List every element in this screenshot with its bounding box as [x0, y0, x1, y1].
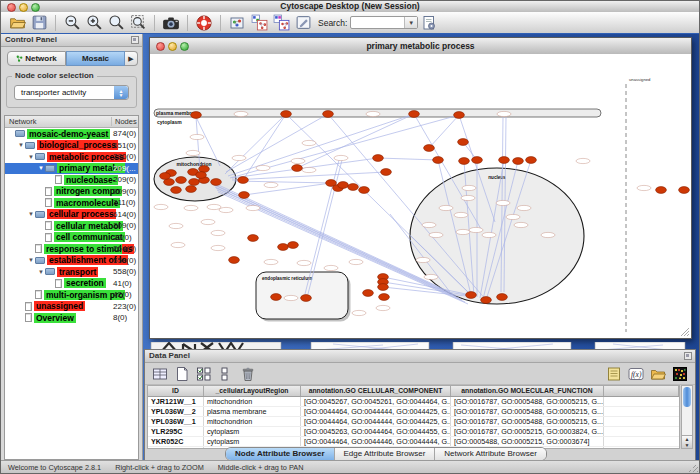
network-node-unselected[interactable] — [376, 305, 390, 310]
network-node-colored[interactable] — [248, 235, 259, 242]
column-header[interactable]: ID — [148, 386, 204, 396]
network-node-unselected[interactable] — [297, 260, 311, 265]
cell-component[interactable]: [GO:0044464, GO:0044446, GO:0044444, G..… — [301, 437, 451, 446]
cell-id[interactable]: YLR295C — [148, 427, 204, 436]
formula-fx-icon[interactable]: f(x) — [627, 365, 645, 383]
zoom-fit-icon[interactable] — [129, 14, 147, 32]
disclosure-triangle-icon[interactable]: ▼ — [27, 154, 35, 160]
network-node-unselected[interactable] — [422, 222, 436, 227]
network-node-colored[interactable] — [363, 290, 374, 297]
network-node-colored[interactable] — [271, 294, 282, 301]
network-node-colored[interactable] — [454, 112, 465, 119]
network-node-colored[interactable] — [211, 179, 222, 186]
node-color-dropdown[interactable]: transporter activity ▲▼ — [14, 85, 129, 100]
network-tree-header[interactable]: Network Nodes — [5, 116, 138, 128]
network-node-colored[interactable] — [497, 294, 508, 301]
network-node-unselected[interactable] — [506, 214, 520, 219]
network-node-unselected[interactable] — [207, 204, 221, 209]
network-node-unselected[interactable] — [324, 265, 338, 270]
network-node-unselected[interactable] — [637, 185, 651, 190]
disclosure-triangle-icon[interactable]: ▼ — [37, 269, 45, 275]
close-view-button[interactable] — [156, 42, 165, 51]
network-node-colored[interactable] — [323, 111, 334, 118]
cell-function[interactable]: [GO:0016787, GO:0005488, GO:0005215, G..… — [451, 407, 604, 416]
float-panel-icon[interactable] — [131, 36, 139, 44]
disclosure-triangle-icon[interactable]: ▼ — [17, 142, 25, 148]
cell-function[interactable]: [GO:0005488, GO:0005215, GO:0003674] — [451, 437, 604, 446]
network-view-window[interactable]: primary metabolic process plasma membran… — [149, 37, 692, 339]
apply-layout-icon[interactable] — [250, 14, 268, 32]
network-node-colored[interactable] — [301, 295, 312, 302]
tree-row[interactable]: macromolecule311(0) — [5, 197, 138, 209]
heatmap-matrix-icon[interactable] — [671, 365, 689, 383]
cell-region[interactable]: mitochondrion — [204, 397, 301, 406]
tab-mosaic[interactable]: Mosaic — [66, 51, 125, 66]
tab-network-attribute-browser[interactable]: Network Attribute Browser — [435, 448, 545, 460]
cell-id[interactable]: YPL036W__2 — [148, 407, 204, 416]
network-node-unselected[interactable] — [234, 111, 248, 116]
tree-row[interactable]: ▼transport558(0) — [5, 266, 138, 278]
annotation-icon[interactable] — [294, 14, 312, 32]
tab-edge-attribute-browser[interactable]: Edge Attribute Browser — [335, 448, 436, 460]
attribute-table-icon[interactable] — [151, 365, 169, 383]
attribute-table-header[interactable]: ID_cellularLayoutRegionannotation.GO CEL… — [148, 386, 679, 397]
zoom-window-button[interactable] — [31, 3, 40, 12]
network-node-colored[interactable] — [189, 179, 200, 186]
zoom-view-button[interactable] — [180, 42, 189, 51]
network-node-colored[interactable] — [466, 292, 477, 299]
unselect-attributes-icon[interactable] — [217, 365, 235, 383]
window-resize-grip[interactable] — [689, 463, 698, 472]
network-node-unselected[interactable] — [169, 223, 183, 228]
network-node-unselected[interactable] — [284, 295, 298, 300]
network-node-unselected[interactable] — [352, 310, 366, 315]
apply-vizmap-icon[interactable] — [272, 14, 290, 32]
network-node-colored[interactable] — [679, 187, 690, 194]
network-node-unselected[interactable] — [264, 259, 278, 264]
cell-region[interactable]: mitochondrion — [204, 417, 301, 426]
network-node-colored[interactable] — [381, 169, 392, 176]
network-node-unselected[interactable] — [219, 207, 233, 212]
network-node-colored[interactable] — [526, 157, 537, 164]
network-node-unselected[interactable] — [469, 227, 483, 232]
help-lifesaver-icon[interactable] — [195, 14, 213, 32]
search-dropdown-arrow[interactable]: ▼ — [404, 17, 417, 28]
network-node-colored[interactable] — [433, 157, 444, 164]
network-edge[interactable] — [228, 114, 414, 176]
tree-row[interactable]: response to stimulus264(0) — [5, 243, 138, 255]
cell-region[interactable]: cytoplasm — [204, 437, 301, 446]
network-node-unselected[interactable] — [496, 200, 510, 205]
network-node-unselected[interactable] — [334, 155, 348, 160]
tree-row[interactable]: multi-organism pro42(0) — [5, 289, 138, 301]
network-node-unselected[interactable] — [154, 204, 168, 209]
network-node-colored[interactable] — [458, 139, 469, 146]
select-attributes-icon[interactable] — [195, 365, 213, 383]
network-node-colored[interactable] — [379, 294, 390, 301]
network-node-colored[interactable] — [656, 187, 667, 194]
table-row[interactable]: YLR295Ccytoplasm[GO:0045263, GO:0044464,… — [148, 427, 679, 437]
minimize-view-button[interactable] — [168, 42, 177, 51]
network-edge[interactable] — [232, 172, 386, 180]
network-node-unselected[interactable] — [264, 182, 278, 187]
close-window-button[interactable] — [7, 3, 16, 12]
cell-region[interactable]: plasma membrane — [204, 407, 301, 416]
tree-row[interactable]: ▼biological_process651(0) — [5, 140, 138, 152]
network-node-colored[interactable] — [239, 192, 250, 199]
zoom-in-icon[interactable] — [85, 14, 103, 32]
network-node-colored[interactable] — [359, 187, 370, 194]
cell-component[interactable]: [GO:0045263, GO:0044464, GO:0044455, G..… — [301, 427, 451, 436]
cell-component[interactable]: [GO:0044464, GO:0044444, GO:0044425, G..… — [301, 417, 451, 426]
table-row[interactable]: YPL036W__2plasma membrane[GO:0044464, GO… — [148, 407, 679, 417]
network-node-colored[interactable] — [281, 111, 292, 118]
minimize-window-button[interactable] — [19, 3, 28, 12]
tree-row[interactable]: Overview8(0) — [5, 312, 138, 324]
network-node-unselected[interactable] — [497, 111, 511, 116]
disclosure-triangle-icon[interactable]: ▼ — [37, 165, 45, 171]
network-node-unselected[interactable] — [232, 155, 246, 160]
network-node-unselected[interactable] — [349, 259, 363, 264]
cell-region[interactable]: cytoplasm — [204, 427, 301, 436]
network-window-titlebar[interactable]: primary metabolic process — [150, 38, 691, 55]
canvas-resize-grip[interactable] — [681, 328, 689, 336]
network-edge[interactable] — [378, 158, 438, 160]
network-node-unselected[interactable] — [461, 195, 475, 200]
tab-node-attribute-browser[interactable]: Node Attribute Browser — [226, 448, 335, 460]
